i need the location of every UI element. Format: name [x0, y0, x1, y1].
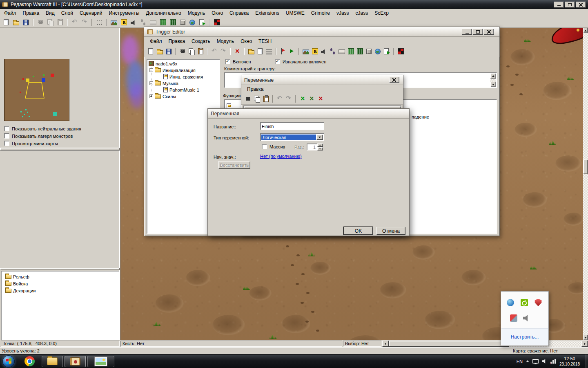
menu-tesh[interactable]: TESH [255, 38, 275, 45]
copy-icon[interactable] [253, 94, 261, 103]
menu-create[interactable]: Создать [188, 38, 214, 45]
expand-expander-icon[interactable] [149, 94, 153, 98]
ok-button[interactable]: OK [344, 227, 373, 235]
save-map-icon[interactable] [21, 18, 30, 27]
close-button[interactable] [576, 2, 586, 8]
open-map-icon[interactable] [11, 18, 20, 27]
close-button[interactable] [389, 77, 399, 83]
menu-edit[interactable]: Правка [20, 9, 43, 17]
grid-dark-icon[interactable] [356, 47, 364, 56]
new-map-icon[interactable] [2, 18, 11, 27]
variable-dialog-titlebar[interactable]: Переменная [208, 109, 409, 119]
undo-icon[interactable] [210, 47, 218, 56]
paste-icon[interactable] [56, 18, 65, 27]
redo-icon[interactable] [285, 94, 293, 103]
text-labels-icon[interactable] [311, 47, 319, 56]
hidden-icons-chevron[interactable] [526, 360, 529, 362]
palette-item-terrain[interactable]: Рельеф [5, 274, 29, 280]
close-button[interactable] [484, 29, 494, 35]
variable-name-input[interactable] [260, 122, 324, 130]
menu-edit[interactable]: Правка [244, 85, 267, 93]
cut-icon[interactable] [36, 18, 45, 27]
minimize-button[interactable] [462, 29, 472, 35]
scroll-down-button[interactable] [490, 82, 496, 87]
select-region-icon[interactable] [95, 18, 104, 27]
menu-file[interactable]: Файл [1, 9, 20, 17]
tree-trigger-init-battle[interactable]: Иниц. сражения [163, 74, 203, 80]
menu-cjass[interactable]: cJass [352, 9, 372, 17]
tree-category-music[interactable]: Музыка [149, 80, 178, 86]
cut-icon[interactable] [244, 94, 252, 103]
stepper-down-button[interactable] [317, 147, 323, 150]
copy-icon[interactable] [187, 47, 196, 56]
text-labels-icon[interactable] [119, 18, 128, 27]
menu-file[interactable]: Файл [147, 38, 165, 45]
menu-help[interactable]: Справка [226, 9, 252, 17]
creeps-icon[interactable] [329, 47, 337, 56]
array-size-stepper[interactable] [317, 144, 323, 150]
grid-icon[interactable] [347, 47, 355, 56]
grid-dark-icon[interactable] [168, 18, 177, 27]
scroll-up-button[interactable] [490, 73, 496, 79]
menu-umswe[interactable]: UMSWE [283, 9, 308, 17]
menu-window[interactable]: Окно [237, 38, 255, 45]
sidebar-splitter[interactable] [0, 268, 120, 270]
collapse-expander-icon[interactable] [149, 81, 153, 85]
comment-scrollbar[interactable] [490, 73, 496, 87]
delete-icon[interactable] [233, 47, 241, 56]
new-trigger-icon[interactable] [256, 47, 264, 56]
maximize-button[interactable] [565, 2, 575, 8]
tree-trigger-pahommusic[interactable]: PahomMusic 1 [163, 87, 199, 93]
taskbar-image-viewer-button[interactable] [87, 356, 114, 367]
maximize-button[interactable] [473, 29, 483, 35]
world-icon[interactable] [188, 18, 197, 27]
tree-category-skills[interactable]: Скилы [149, 93, 176, 99]
taskbar-explorer-button[interactable] [42, 356, 63, 367]
scroll-up-button[interactable] [583, 28, 588, 33]
scroll-thumb[interactable] [583, 159, 588, 174]
test-map-icon[interactable] [396, 47, 405, 56]
checkbox-array[interactable]: Массив [262, 144, 285, 149]
initial-value-link[interactable]: Нет (по умолчанию) [260, 154, 302, 159]
taskbar-warcraft-editor-button[interactable] [65, 356, 86, 367]
rename-variable-icon[interactable] [307, 94, 316, 103]
start-button[interactable] [2, 355, 15, 368]
array-size-input[interactable]: 1 [307, 144, 317, 150]
menu-extensions[interactable]: Extensions [252, 9, 283, 17]
volume-mixer-icon[interactable] [523, 314, 530, 322]
tree-category-initialization[interactable]: Инициализация [149, 67, 196, 73]
variables-titlebar[interactable]: Переменные [241, 75, 403, 85]
security-shield-icon[interactable] [535, 299, 542, 306]
menu-layer[interactable]: Слой [58, 9, 76, 17]
map-vertical-scrollbar[interactable] [583, 28, 588, 340]
volume-tray-icon[interactable] [542, 359, 547, 364]
open-icon[interactable] [156, 47, 164, 56]
palette-item-doodads[interactable]: Декорации [5, 287, 36, 294]
taskbar-chrome-button[interactable] [19, 356, 40, 367]
scroll-thumb[interactable] [389, 341, 509, 347]
menu-grimoire[interactable]: Grimoire [308, 9, 333, 17]
checkbox-show-neutral-buildings[interactable]: Показывать нейтральные здания [4, 126, 81, 131]
object-editor-icon[interactable] [178, 18, 187, 27]
display-tray-icon[interactable] [532, 359, 539, 364]
export-script-icon[interactable] [383, 47, 391, 56]
cancel-button[interactable]: Отмена [376, 227, 405, 235]
checkbox-minimap-preview[interactable]: Просмотр мини-карты [4, 141, 58, 146]
network-error-tray-icon[interactable] [550, 359, 556, 364]
checkbox-show-creep-camps[interactable]: Показывать лагеря монстров [4, 133, 73, 139]
terrain-editor-icon[interactable] [302, 47, 310, 56]
grid-icon[interactable] [158, 18, 167, 27]
chevron-down-icon[interactable] [316, 135, 323, 140]
menu-view[interactable]: Вид [42, 9, 58, 17]
language-indicator[interactable]: EN [517, 359, 523, 364]
object-editor-icon[interactable] [365, 47, 373, 56]
minimap[interactable] [4, 59, 69, 121]
run-trigger-icon[interactable] [279, 47, 287, 56]
menu-window[interactable]: Окно [208, 9, 226, 17]
scroll-down-button[interactable] [583, 335, 588, 340]
taskbar-clock[interactable]: 12:50 23.10.2018 [559, 356, 580, 367]
cut-icon[interactable] [178, 47, 187, 56]
terrain-editor-icon[interactable] [109, 18, 118, 27]
undo-icon[interactable] [70, 18, 79, 27]
menu-advanced[interactable]: Дополнительно [143, 9, 184, 17]
